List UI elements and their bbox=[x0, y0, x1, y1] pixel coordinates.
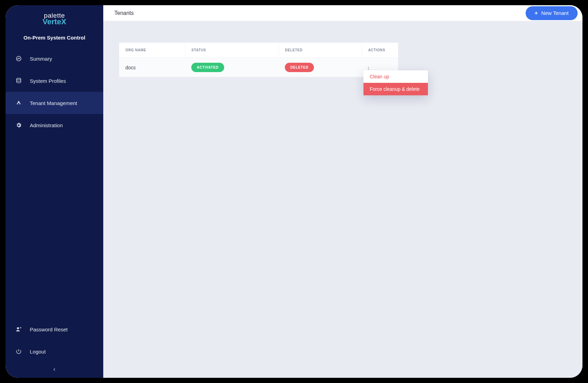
main: Tenants + New Tenant Org Name Status Del… bbox=[103, 5, 582, 378]
svg-point-1 bbox=[17, 78, 21, 80]
new-tenant-button[interactable]: + New Tenant bbox=[526, 6, 578, 20]
table-row: docs ACTIVATED DELETED bbox=[119, 58, 398, 77]
power-icon bbox=[15, 348, 22, 355]
sidebar-item-label: Administration bbox=[30, 122, 63, 128]
cell-actions: Clean up Force cleanup & delete bbox=[362, 58, 398, 77]
sidebar-item-tenant-management[interactable]: Tenant Management bbox=[6, 92, 103, 114]
sidebar-item-administration[interactable]: Administration bbox=[6, 114, 103, 136]
sidebar-item-summary[interactable]: Summary bbox=[6, 47, 103, 70]
plus-icon: + bbox=[535, 10, 538, 16]
content-area: Org Name Status Deleted Actions docs ACT… bbox=[103, 21, 582, 98]
dropdown-force-cleanup-delete[interactable]: Force cleanup & delete bbox=[363, 83, 428, 95]
status-badge-activated: ACTIVATED bbox=[191, 63, 224, 72]
gear-icon bbox=[15, 122, 22, 129]
col-status: Status bbox=[185, 43, 279, 58]
chevron-left-icon bbox=[52, 367, 57, 373]
page-title: Tenants bbox=[114, 10, 134, 16]
new-tenant-label: New Tenant bbox=[541, 10, 569, 16]
topbar: Tenants + New Tenant bbox=[103, 5, 582, 21]
sidebar-item-label: Logout bbox=[30, 349, 46, 355]
cell-deleted: DELETED bbox=[279, 58, 362, 77]
col-actions: Actions bbox=[362, 43, 398, 58]
cell-status: ACTIVATED bbox=[185, 58, 279, 77]
actions-dropdown: Clean up Force cleanup & delete bbox=[363, 70, 428, 95]
sidebar-item-label: Password Reset bbox=[30, 327, 68, 332]
app-frame: palette VerteX On-Prem System Control Su… bbox=[6, 5, 582, 378]
dropdown-cleanup[interactable]: Clean up bbox=[363, 70, 428, 83]
sidebar-item-password-reset[interactable]: Password Reset bbox=[6, 318, 103, 340]
brand-line2: VerteX bbox=[43, 18, 67, 26]
brand-logo: palette VerteX bbox=[6, 5, 103, 30]
sidebar: palette VerteX On-Prem System Control Su… bbox=[6, 5, 103, 378]
cell-org-name: docs bbox=[119, 58, 185, 77]
person-key-icon bbox=[15, 326, 22, 333]
tenant-icon bbox=[15, 99, 22, 106]
chart-line-icon bbox=[15, 55, 22, 62]
sidebar-item-system-profiles[interactable]: System Profiles bbox=[6, 70, 103, 92]
sidebar-item-logout[interactable]: Logout bbox=[6, 340, 103, 363]
sidebar-item-label: Tenant Management bbox=[30, 100, 77, 106]
sidebar-subtitle: On-Prem System Control bbox=[6, 35, 103, 41]
tenants-table: Org Name Status Deleted Actions docs ACT… bbox=[119, 43, 398, 77]
col-org-name: Org Name bbox=[119, 43, 185, 58]
sidebar-collapse[interactable] bbox=[6, 364, 103, 376]
sidebar-item-label: System Profiles bbox=[30, 78, 66, 84]
status-badge-deleted: DELETED bbox=[285, 63, 314, 72]
sidebar-nav: Summary System Profiles Tenant Managemen… bbox=[6, 47, 103, 318]
col-deleted: Deleted bbox=[279, 43, 362, 58]
svg-rect-2 bbox=[18, 103, 20, 104]
sidebar-bottom: Password Reset Logout bbox=[6, 318, 103, 363]
svg-point-4 bbox=[20, 327, 21, 328]
sidebar-item-label: Summary bbox=[30, 56, 52, 62]
database-icon bbox=[15, 77, 22, 84]
svg-point-3 bbox=[17, 327, 19, 329]
